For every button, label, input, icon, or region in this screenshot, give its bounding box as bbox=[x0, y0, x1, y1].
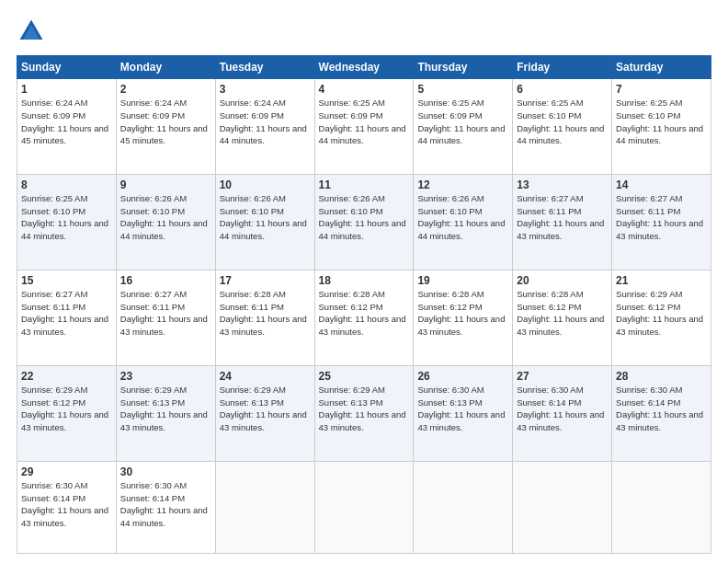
calendar-cell: 17Sunrise: 6:28 AMSunset: 6:11 PMDayligh… bbox=[215, 270, 314, 365]
calendar-cell bbox=[215, 461, 314, 553]
day-number: 25 bbox=[319, 370, 410, 383]
day-number: 2 bbox=[120, 83, 211, 96]
day-number: 8 bbox=[21, 178, 112, 191]
weekday-header-row: SundayMondayTuesdayWednesdayThursdayFrid… bbox=[17, 56, 711, 79]
day-number: 18 bbox=[319, 274, 410, 287]
calendar-cell: 27Sunrise: 6:30 AMSunset: 6:14 PMDayligh… bbox=[513, 365, 612, 461]
calendar-cell: 6Sunrise: 6:25 AMSunset: 6:10 PMDaylight… bbox=[513, 79, 612, 175]
day-info: Sunrise: 6:25 AMSunset: 6:09 PMDaylight:… bbox=[417, 97, 508, 147]
calendar-cell: 8Sunrise: 6:25 AMSunset: 6:10 PMDaylight… bbox=[17, 174, 117, 270]
calendar-cell: 26Sunrise: 6:30 AMSunset: 6:13 PMDayligh… bbox=[414, 365, 513, 461]
day-number: 22 bbox=[21, 370, 112, 383]
calendar-cell: 15Sunrise: 6:27 AMSunset: 6:11 PMDayligh… bbox=[17, 270, 117, 365]
day-info: Sunrise: 6:28 AMSunset: 6:12 PMDaylight:… bbox=[417, 288, 508, 339]
day-number: 27 bbox=[517, 370, 608, 383]
day-info: Sunrise: 6:26 AMSunset: 6:10 PMDaylight:… bbox=[120, 192, 211, 243]
page: SundayMondayTuesdayWednesdayThursdayFrid… bbox=[0, 0, 728, 563]
day-number: 24 bbox=[220, 370, 311, 383]
calendar-cell: 2Sunrise: 6:24 AMSunset: 6:09 PMDaylight… bbox=[116, 79, 215, 175]
day-info: Sunrise: 6:25 AMSunset: 6:10 PMDaylight:… bbox=[616, 97, 707, 147]
calendar-cell: 14Sunrise: 6:27 AMSunset: 6:11 PMDayligh… bbox=[612, 174, 711, 270]
day-info: Sunrise: 6:24 AMSunset: 6:09 PMDaylight:… bbox=[21, 97, 112, 147]
day-info: Sunrise: 6:29 AMSunset: 6:13 PMDaylight:… bbox=[120, 384, 211, 434]
calendar-cell: 22Sunrise: 6:29 AMSunset: 6:12 PMDayligh… bbox=[17, 365, 117, 461]
day-info: Sunrise: 6:30 AMSunset: 6:13 PMDaylight:… bbox=[417, 384, 508, 434]
week-row-2: 8Sunrise: 6:25 AMSunset: 6:10 PMDaylight… bbox=[17, 174, 711, 270]
day-number: 13 bbox=[517, 178, 608, 191]
weekday-header-monday: Monday bbox=[116, 56, 215, 79]
day-number: 19 bbox=[417, 274, 508, 287]
calendar-cell bbox=[314, 461, 414, 553]
day-number: 30 bbox=[120, 465, 211, 478]
weekday-header-thursday: Thursday bbox=[414, 56, 513, 79]
calendar-cell: 21Sunrise: 6:29 AMSunset: 6:12 PMDayligh… bbox=[612, 270, 711, 365]
day-number: 20 bbox=[517, 274, 608, 287]
day-info: Sunrise: 6:28 AMSunset: 6:11 PMDaylight:… bbox=[220, 288, 311, 339]
calendar-cell: 3Sunrise: 6:24 AMSunset: 6:09 PMDaylight… bbox=[215, 79, 314, 175]
day-number: 17 bbox=[220, 274, 311, 287]
day-info: Sunrise: 6:24 AMSunset: 6:09 PMDaylight:… bbox=[220, 97, 311, 147]
week-row-1: 1Sunrise: 6:24 AMSunset: 6:09 PMDaylight… bbox=[17, 79, 711, 175]
weekday-header-sunday: Sunday bbox=[17, 56, 117, 79]
day-number: 15 bbox=[21, 274, 112, 287]
day-number: 9 bbox=[120, 178, 211, 191]
day-number: 3 bbox=[220, 83, 311, 96]
week-row-3: 15Sunrise: 6:27 AMSunset: 6:11 PMDayligh… bbox=[17, 270, 711, 365]
day-info: Sunrise: 6:28 AMSunset: 6:12 PMDaylight:… bbox=[319, 288, 410, 339]
calendar-cell: 18Sunrise: 6:28 AMSunset: 6:12 PMDayligh… bbox=[314, 270, 414, 365]
calendar-cell: 4Sunrise: 6:25 AMSunset: 6:09 PMDaylight… bbox=[314, 79, 414, 175]
weekday-header-saturday: Saturday bbox=[612, 56, 711, 79]
day-info: Sunrise: 6:26 AMSunset: 6:10 PMDaylight:… bbox=[220, 192, 311, 243]
calendar-cell: 24Sunrise: 6:29 AMSunset: 6:13 PMDayligh… bbox=[215, 365, 314, 461]
calendar-cell: 23Sunrise: 6:29 AMSunset: 6:13 PMDayligh… bbox=[116, 365, 215, 461]
day-number: 10 bbox=[220, 178, 311, 191]
logo-icon bbox=[17, 17, 46, 46]
calendar-cell: 28Sunrise: 6:30 AMSunset: 6:14 PMDayligh… bbox=[612, 365, 711, 461]
day-number: 28 bbox=[616, 370, 707, 383]
calendar-cell: 10Sunrise: 6:26 AMSunset: 6:10 PMDayligh… bbox=[215, 174, 314, 270]
calendar-cell: 25Sunrise: 6:29 AMSunset: 6:13 PMDayligh… bbox=[314, 365, 414, 461]
calendar-cell: 20Sunrise: 6:28 AMSunset: 6:12 PMDayligh… bbox=[513, 270, 612, 365]
calendar-cell: 16Sunrise: 6:27 AMSunset: 6:11 PMDayligh… bbox=[116, 270, 215, 365]
day-info: Sunrise: 6:30 AMSunset: 6:14 PMDaylight:… bbox=[517, 384, 608, 434]
calendar-cell: 11Sunrise: 6:26 AMSunset: 6:10 PMDayligh… bbox=[314, 174, 414, 270]
calendar-cell: 1Sunrise: 6:24 AMSunset: 6:09 PMDaylight… bbox=[17, 79, 117, 175]
calendar-cell: 13Sunrise: 6:27 AMSunset: 6:11 PMDayligh… bbox=[513, 174, 612, 270]
week-row-5: 29Sunrise: 6:30 AMSunset: 6:14 PMDayligh… bbox=[17, 461, 711, 553]
calendar-cell: 5Sunrise: 6:25 AMSunset: 6:09 PMDaylight… bbox=[414, 79, 513, 175]
day-number: 4 bbox=[319, 83, 410, 96]
day-info: Sunrise: 6:27 AMSunset: 6:11 PMDaylight:… bbox=[616, 192, 707, 243]
day-number: 14 bbox=[616, 178, 707, 191]
day-info: Sunrise: 6:27 AMSunset: 6:11 PMDaylight:… bbox=[517, 192, 608, 243]
day-info: Sunrise: 6:29 AMSunset: 6:13 PMDaylight:… bbox=[220, 384, 311, 434]
header bbox=[17, 17, 711, 46]
day-number: 12 bbox=[417, 178, 508, 191]
calendar-cell bbox=[612, 461, 711, 553]
calendar-cell: 7Sunrise: 6:25 AMSunset: 6:10 PMDaylight… bbox=[612, 79, 711, 175]
day-number: 11 bbox=[319, 178, 410, 191]
day-number: 1 bbox=[21, 83, 112, 96]
calendar-cell: 30Sunrise: 6:30 AMSunset: 6:14 PMDayligh… bbox=[116, 461, 215, 553]
day-info: Sunrise: 6:27 AMSunset: 6:11 PMDaylight:… bbox=[21, 288, 112, 339]
day-number: 7 bbox=[616, 83, 707, 96]
day-info: Sunrise: 6:30 AMSunset: 6:14 PMDaylight:… bbox=[21, 479, 112, 530]
day-info: Sunrise: 6:24 AMSunset: 6:09 PMDaylight:… bbox=[120, 97, 211, 147]
calendar-cell: 19Sunrise: 6:28 AMSunset: 6:12 PMDayligh… bbox=[414, 270, 513, 365]
week-row-4: 22Sunrise: 6:29 AMSunset: 6:12 PMDayligh… bbox=[17, 365, 711, 461]
day-info: Sunrise: 6:25 AMSunset: 6:10 PMDaylight:… bbox=[517, 97, 608, 147]
day-info: Sunrise: 6:29 AMSunset: 6:13 PMDaylight:… bbox=[319, 384, 410, 434]
day-info: Sunrise: 6:26 AMSunset: 6:10 PMDaylight:… bbox=[319, 192, 410, 243]
day-info: Sunrise: 6:30 AMSunset: 6:14 PMDaylight:… bbox=[120, 479, 211, 530]
calendar-table: SundayMondayTuesdayWednesdayThursdayFrid… bbox=[17, 55, 711, 554]
weekday-header-tuesday: Tuesday bbox=[215, 56, 314, 79]
day-number: 23 bbox=[120, 370, 211, 383]
day-info: Sunrise: 6:27 AMSunset: 6:11 PMDaylight:… bbox=[120, 288, 211, 339]
day-number: 21 bbox=[616, 274, 707, 287]
calendar-cell: 9Sunrise: 6:26 AMSunset: 6:10 PMDaylight… bbox=[116, 174, 215, 270]
day-number: 6 bbox=[517, 83, 608, 96]
day-info: Sunrise: 6:25 AMSunset: 6:09 PMDaylight:… bbox=[319, 97, 410, 147]
day-number: 16 bbox=[120, 274, 211, 287]
day-info: Sunrise: 6:30 AMSunset: 6:14 PMDaylight:… bbox=[616, 384, 707, 434]
day-info: Sunrise: 6:25 AMSunset: 6:10 PMDaylight:… bbox=[21, 192, 112, 243]
day-number: 29 bbox=[21, 465, 112, 478]
